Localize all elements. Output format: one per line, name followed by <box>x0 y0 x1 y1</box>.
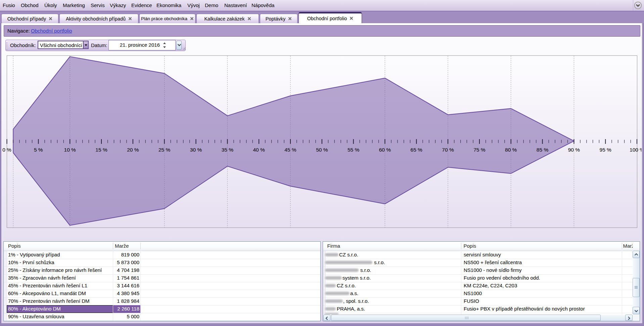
svg-text:0 %: 0 % <box>2 147 11 153</box>
svg-text:70 %: 70 % <box>442 147 454 153</box>
svg-text:25 %: 25 % <box>158 147 171 153</box>
svg-text:75 %: 75 % <box>473 147 486 153</box>
svg-text:5 %: 5 % <box>34 147 43 153</box>
svg-text:10 %: 10 % <box>64 147 76 153</box>
svg-text:20 %: 20 % <box>127 147 139 153</box>
svg-text:40 %: 40 % <box>253 147 265 153</box>
svg-text:50 %: 50 % <box>316 147 328 153</box>
svg-text:45 %: 45 % <box>284 147 296 153</box>
svg-text:80 %: 80 % <box>505 147 517 153</box>
svg-text:35 %: 35 % <box>222 147 234 153</box>
svg-text:30 %: 30 % <box>190 147 202 153</box>
svg-text:95 %: 95 % <box>600 147 612 153</box>
svg-text:65 %: 65 % <box>411 147 423 153</box>
svg-text:90 %: 90 % <box>568 147 580 153</box>
svg-text:15 %: 15 % <box>95 147 107 153</box>
svg-text:85 %: 85 % <box>537 147 549 153</box>
svg-text:55 %: 55 % <box>348 147 360 153</box>
svg-text:60 %: 60 % <box>379 147 391 153</box>
